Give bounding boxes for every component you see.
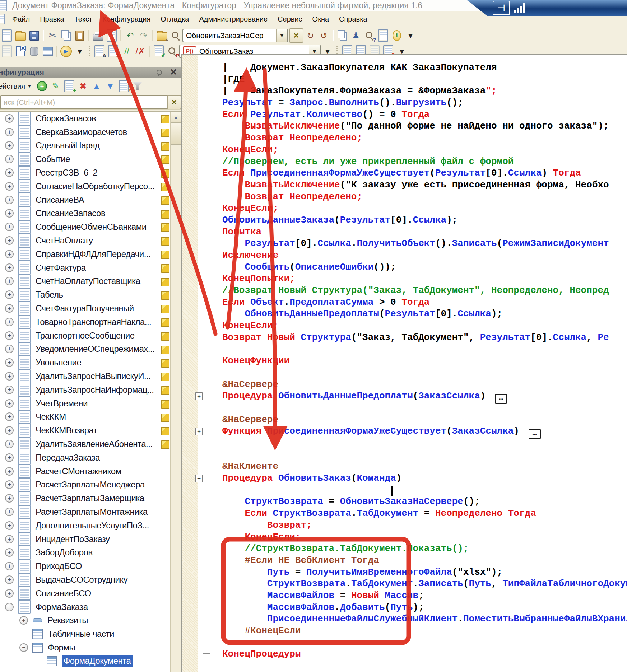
code-line-5[interactable]: ВызватьИсключение("По данной форме не на… [182, 120, 627, 132]
code-line-50[interactable]: КонецПроцедуры [182, 648, 627, 660]
code-line-38[interactable]: Если СтруктВозврата.ТабДокумент = Неопре… [182, 508, 627, 519]
clear-search-button[interactable]: ✕ [289, 28, 303, 43]
search-clear-button[interactable]: ✕ [167, 95, 181, 109]
windows-icon[interactable] [335, 29, 349, 42]
code-line-26[interactable] [182, 367, 627, 379]
tree-row-Событие[interactable]: +Событие [0, 152, 181, 166]
code-line-14[interactable]: Попытка [182, 226, 627, 238]
expand-icon[interactable]: + [5, 508, 14, 516]
search-combobox[interactable]: ОбновитьЗаказНаСер▼ [182, 29, 288, 42]
expand-icon[interactable]: + [5, 440, 14, 448]
start-debugging-icon[interactable]: ▶ [59, 45, 73, 58]
expand-icon[interactable]: + [5, 372, 14, 381]
expand-icon[interactable]: + [5, 114, 14, 123]
copy-icon[interactable] [59, 29, 73, 42]
tree-row-ЧекККМ[interactable]: +ЧекККМ [0, 410, 181, 424]
expand-icon[interactable]: + [5, 141, 14, 150]
code-line-7[interactable]: КонецЕсли; [182, 144, 627, 156]
add-icon[interactable]: + [35, 80, 49, 93]
expand-icon[interactable]: + [5, 155, 14, 163]
modules-icon[interactable] [376, 29, 390, 42]
code-line-0[interactable]: | Документ.ЗаказПокупателя КАК ЗаказПоку… [182, 62, 627, 74]
tree-item-label[interactable]: Формы [48, 643, 75, 653]
expand-icon[interactable]: + [5, 575, 14, 584]
code-line-25[interactable]: КонецФункции [182, 355, 627, 367]
tree-row-ФормаДокумента[interactable]: ФормаДокумента [0, 654, 181, 668]
tree-row-ЗаборДоборов[interactable]: +ЗаборДоборов [0, 546, 181, 560]
code-line-28[interactable]: +Процедура ОбновитьДанныеПредоплаты(Зака… [182, 390, 627, 402]
find-in-files-icon[interactable]: ⌕ [155, 29, 169, 42]
tree-item-label[interactable]: Реквизиты [47, 615, 88, 625]
tree-row-СборкаЗапасов[interactable]: +СборкаЗапасов [0, 112, 181, 125]
tree-row-СдельныйНаряд[interactable]: +СдельныйНаряд [0, 139, 181, 153]
expand-icon[interactable]: + [5, 426, 14, 435]
tree-item-label[interactable]: СверкаВзаиморасчетов [36, 127, 127, 137]
tree-row-СписаниеБСО[interactable]: +СписаниеБСО [0, 587, 181, 600]
code-line-36[interactable] [182, 484, 627, 496]
tree-item-label[interactable]: СчетФактура [36, 263, 86, 273]
code-line-44[interactable]: СтруктВозврата.ТабДокумент.Записать(Путь… [182, 578, 627, 590]
tree-item-label[interactable]: Табель [36, 290, 63, 300]
tree-item-label[interactable]: СправкиНДФЛДляПередачи... [36, 249, 150, 259]
tree-item-label[interactable]: ИнцидентПоЗаказу [36, 534, 110, 544]
check-module-icon[interactable]: ✔ [152, 45, 166, 58]
code-line-23[interactable]: Возврат Новый Структура("Заказ, ТабДокум… [182, 332, 627, 344]
menu-item-3[interactable]: Конфигурация [97, 14, 155, 25]
tree-item-label[interactable]: ПриходБСО [36, 561, 82, 571]
code-line-12[interactable]: КонецЕсли; [182, 202, 627, 214]
code-line-42[interactable]: #Если НЕ ВебКлиент Тогда [182, 555, 627, 566]
code-line-18[interactable]: КонецПопытки; [182, 273, 627, 285]
code-line-9[interactable]: Если ПрисоединеннаяФормаУжеСуществует(Ре… [182, 167, 627, 179]
tree-item-label[interactable]: УчетВремени [36, 398, 88, 409]
code-line-21[interactable]: ОбновитьДанныеПредоплаты(Результат[0].Сс… [182, 308, 627, 320]
tree-item-label[interactable]: УдалитьЗаявлениеАбонента... [36, 439, 153, 449]
expand-icon[interactable]: + [5, 562, 14, 570]
code-line-51[interactable] [182, 660, 627, 672]
undo-icon[interactable]: ↶ [123, 29, 137, 42]
code-line-41[interactable]: //СтруктВозврата.ТабДокумент.Показать(); [182, 543, 627, 555]
code-line-27[interactable]: &НаСервере [182, 379, 627, 391]
tree-item-label[interactable]: РасчетЗарплатыМонтажника [36, 507, 148, 517]
syntax-check-icon[interactable]: ♟ [349, 29, 363, 42]
tree-row-ПередачаЗаказа[interactable]: +ПередачаЗаказа [0, 451, 181, 465]
tree-item-label[interactable]: Увольнение [36, 358, 81, 368]
tree-row-ПриходБСО[interactable]: +ПриходБСО [0, 559, 181, 573]
expand-icon[interactable]: + [5, 521, 14, 530]
find-next-icon[interactable]: ↻ [303, 29, 317, 42]
tree-row-ЧекККМВозврат[interactable]: +ЧекККМВозврат [0, 424, 181, 437]
pin-icon[interactable]: ⊣ [493, 1, 510, 15]
tree-item-label[interactable]: СписаниеЗапасов [36, 208, 105, 218]
code-line-16[interactable]: Исключение [182, 249, 627, 261]
menu-item-8[interactable]: Справка [334, 14, 372, 25]
tree-row-СчетНаОплату[interactable]: +СчетНаОплату [0, 234, 181, 247]
code-line-20[interactable]: Если Объект.ПредоплатаСумма > 0 Тогда [182, 297, 627, 308]
procedures-icon[interactable]: P [166, 45, 179, 58]
tree-item-label[interactable]: УдалитьЗапросНаВыпискуИ... [36, 371, 151, 381]
tree-row-Табель[interactable]: +Табель [0, 288, 181, 302]
expand-icon[interactable]: + [5, 277, 14, 285]
tree-item-label[interactable]: Табличные части [48, 629, 114, 639]
comment-icon[interactable]: // [120, 45, 134, 58]
menu-item-7[interactable]: Окна [307, 14, 334, 25]
tree-item-label[interactable]: ДополнительныеУслугиПоЗ... [36, 521, 149, 531]
panel-header[interactable]: нфигурация ✕ [0, 67, 181, 78]
delete-icon[interactable]: ✖ [76, 80, 90, 93]
tree-row-ФормаЗаказа[interactable]: −ФормаЗаказа [0, 600, 181, 614]
module-editor[interactable]: | Документ.ЗаказПокупателя КАК ЗаказПоку… [181, 54, 627, 672]
tree-row-УдалитьЗапросНаИнформац[interactable]: +УдалитьЗапросНаИнформац... [0, 383, 181, 397]
tree-row-Увольнение[interactable]: +Увольнение [0, 356, 181, 369]
expand-icon[interactable]: + [5, 196, 14, 204]
code-line-17[interactable]: Сообщить(ОписаниеОшибки()); [182, 261, 627, 273]
code-line-40[interactable]: КонецЕсли; [182, 531, 627, 543]
expand-icon[interactable]: + [5, 250, 14, 258]
expand-icon[interactable]: + [5, 263, 14, 272]
code-line-45[interactable]: МассивФайлов = Новый Массив; [182, 590, 627, 602]
expand-icon[interactable]: + [5, 480, 14, 489]
fold-expand-icon[interactable]: + [195, 392, 203, 400]
tree-row-УчетВремени[interactable]: +УчетВремени [0, 397, 181, 410]
tree-item-label[interactable]: Событие [36, 154, 70, 164]
uncomment-icon[interactable]: /✗ [134, 45, 147, 58]
menu-item-5[interactable]: Администрирование [194, 14, 273, 25]
code-line-6[interactable]: Возврат Неопределено; [182, 132, 627, 144]
move-up-icon[interactable]: ▲ [90, 80, 103, 93]
